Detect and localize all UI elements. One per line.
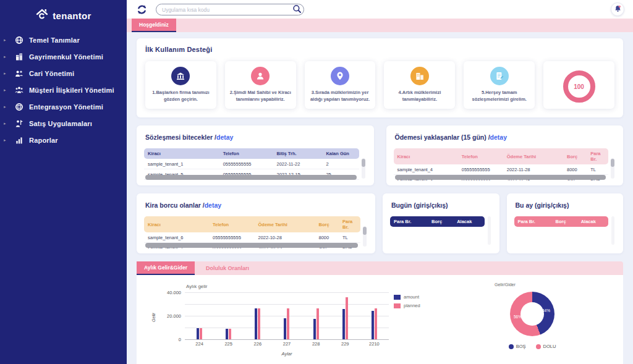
planned-bar: [200, 328, 202, 339]
sidebar-item-raporlar[interactable]: ▸Raporlar: [0, 132, 127, 148]
topbar: [127, 0, 633, 19]
vertical-scrollbar[interactable]: [362, 158, 365, 179]
chevron-right-icon: ▸: [4, 121, 9, 126]
sidebar-item-entegrasyon-yonetimi[interactable]: ▸Entegrasyon Yönetimi: [0, 98, 127, 115]
y-axis-title: Gelir: [151, 293, 160, 340]
x-axis-ticks: 2242252262272282292210: [185, 341, 389, 347]
panel-title: Bu ay (giriş/çıkış): [516, 201, 569, 209]
content: İlk Kullanım Desteği 1.Başlarken firma t…: [127, 32, 633, 364]
notifications-button[interactable]: [611, 2, 624, 16]
firm-icon: [171, 67, 190, 85]
progress-ring: 100: [563, 70, 595, 103]
onboarding-card-3[interactable]: 3.Sırada mülklerimizin yer aldığı yapıla…: [305, 61, 376, 109]
sidebar-item-label: Temel Tanımlar: [29, 36, 80, 44]
column-header: Ödeme Tarihi: [255, 216, 315, 232]
pin-icon: [331, 67, 349, 85]
legend-label: DOLU: [543, 344, 556, 349]
sidebar-item-musteri-iliskileri-yonetimi[interactable]: ▸Müşteri İlişkileri Yönetimi: [0, 82, 127, 98]
amount-bar: [255, 308, 257, 339]
payments-panel: Ödemesi yaklaşanlar (15 gün) /detayKirac…: [386, 125, 624, 185]
sidebar-item-satis-uygulamalari[interactable]: ▸Satış Uygulamaları: [0, 115, 127, 132]
main-area: Hoşgeldiniz İlk Kullanım Desteği 1.Başla…: [127, 0, 633, 364]
slice-label-dolu: 56%: [514, 315, 522, 319]
search-icon[interactable]: [292, 4, 302, 16]
logo-house-icon: [35, 8, 49, 23]
bar-chart-body: Gelir020.00040.0002242252262272282292210…: [151, 293, 420, 340]
chevron-right-icon: ▸: [4, 71, 9, 76]
donut-ring: 44%56%: [510, 292, 554, 336]
detail-link[interactable]: detay: [490, 133, 507, 141]
today-panel-header: Bugün (giriş/çıkış): [383, 193, 499, 215]
sidebar-item-label: Satış Uygulamaları: [29, 120, 92, 127]
legend-item-amount: amount: [394, 294, 420, 300]
onboarding-card-1[interactable]: 1.Başlarken firma tanımızı gözden geçiri…: [145, 61, 216, 109]
column-header: Telefon: [219, 148, 273, 159]
tab-hosgeldiniz[interactable]: Hoşgeldiniz: [132, 19, 176, 32]
logo-text: tenantor: [53, 11, 91, 21]
table-cell: TL: [339, 232, 360, 243]
sidebar-item-gayrimenkul-yonetimi[interactable]: ▸Gayrimenkul Yönetimi: [0, 48, 127, 65]
debt-table-area: KiracıTelefonÖdeme TarihiBorçPara Br.sam…: [144, 216, 368, 248]
month-table: Para Br.BorçAlacak: [514, 216, 609, 227]
contracts-panel-header: Sözleşmesi bitecekler /detay: [137, 125, 374, 147]
column-header: Alacak: [453, 216, 484, 227]
vertical-scrollbar[interactable]: [611, 158, 614, 179]
onboarding-card-4[interactable]: 4.Artık mülklerimizi tanımlayabiliriz.: [384, 61, 455, 109]
today-table-scroll: Para Br.BorçAlacak: [390, 216, 485, 246]
amount-bar: [197, 328, 199, 339]
horizontal-scrollbar[interactable]: [395, 175, 606, 180]
amount-bar: [342, 309, 345, 339]
logo[interactable]: tenantor: [0, 0, 127, 32]
sidebar: tenantor ▸Temel Tanımlar▸Gayrimenkul Yön…: [0, 0, 127, 364]
sidebar-item-temel-tanimlar[interactable]: ▸Temel Tanımlar: [0, 32, 127, 48]
top-tabstrip: Hoşgeldiniz: [127, 19, 633, 32]
table-header-row: KiracıTelefonBitiş Trh.Kalan Gün: [144, 148, 359, 159]
payments-panel-header: Ödemesi yaklaşanlar (15 gün) /detay: [386, 125, 624, 147]
panel-title: Sözleşmesi bitecekler /: [145, 133, 216, 141]
column-header: Telefon: [458, 148, 503, 164]
bar-group-229: [331, 293, 360, 339]
chevron-right-icon: ▸: [4, 88, 9, 93]
panel-title: Bugün (giriş/çıkış): [391, 201, 448, 209]
onboarding-card-text: 1.Başlarken firma tanımızı gözden geçiri…: [150, 90, 212, 103]
sales-icon: [14, 119, 23, 128]
vertical-scrollbar[interactable]: [363, 226, 367, 247]
onboarding-card-2[interactable]: 2.Şimdi Mal Sahibi ve Kiracı tanımlarını…: [225, 61, 296, 109]
onboarding-card-5[interactable]: 5.Herşey tamam sözleşmelerimizi girelim.: [464, 61, 535, 109]
table-cell: 05555555555: [209, 232, 255, 243]
column-header: Kiracı: [144, 148, 219, 159]
table-header-row: Para Br.BorçAlacak: [514, 216, 609, 227]
occupancy-donut-chart: Gelir/Gider44%56%BOŞDOLU: [486, 282, 579, 362]
bar-group-2210: [360, 293, 389, 339]
sidebar-item-cari-yonetimi[interactable]: ▸Cari Yönetimi: [0, 65, 127, 82]
payments-table-area: KiracıTelefonÖdeme TarihiBorçPara Br.sam…: [394, 148, 616, 180]
onboarding-progress-card[interactable]: 100: [543, 61, 614, 109]
sidebar-item-label: Entegrasyon Yönetimi: [29, 103, 103, 111]
search-input[interactable]: [156, 4, 304, 15]
horizontal-scrollbar[interactable]: [145, 175, 357, 180]
table-cell: 05555555555: [458, 164, 503, 175]
table-row: sample_tenant_4055555555552022-11-288000…: [394, 164, 609, 175]
detail-link[interactable]: detay: [216, 133, 233, 141]
vertical-scrollbar-track[interactable]: [611, 216, 614, 245]
contracts-table-area: KiracıTelefonBitiş Trh.Kalan Günsample_t…: [144, 148, 367, 180]
y-axis-ticks: 020.00040.000: [160, 293, 185, 340]
table-row: sample_tenant_6055555555552022-10-288000…: [144, 232, 360, 243]
tab-aylik-gelir-gider[interactable]: Aylık Gelir&Gider: [137, 261, 195, 275]
legend-swatch: [394, 295, 401, 300]
horizontal-scrollbar[interactable]: [145, 243, 358, 248]
table-cell: sample_tenant_4: [394, 164, 458, 175]
detail-link[interactable]: detay: [205, 201, 221, 209]
today-panel: Bugün (giriş/çıkış)Para Br.BorçAlacak: [383, 193, 499, 253]
table-cell: 8000: [563, 164, 587, 175]
table-cell: 2022-10-28: [255, 232, 315, 243]
donut-hole: [520, 302, 544, 326]
building-icon: [14, 52, 23, 61]
donut-chart-title: Gelir/Gider: [495, 282, 579, 287]
tab-doluluk-oranlari[interactable]: Doluluk Oranları: [195, 261, 260, 275]
refresh-button[interactable]: [137, 4, 147, 15]
chevron-right-icon: ▸: [4, 38, 9, 43]
vertical-scrollbar-track[interactable]: [488, 216, 491, 245]
table-header-row: KiracıTelefonÖdeme TarihiBorçPara Br.: [144, 216, 360, 232]
planned-bar: [375, 308, 377, 339]
